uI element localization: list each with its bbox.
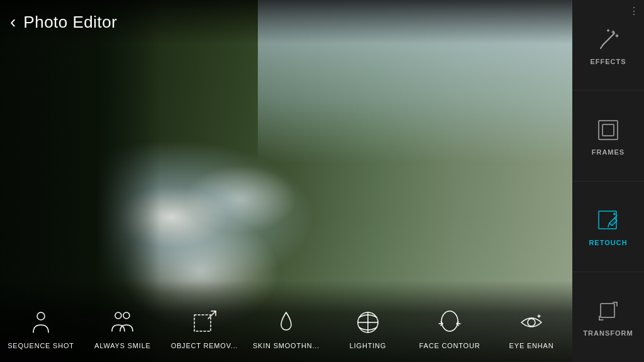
svg-point-8 <box>441 311 458 331</box>
skin-smooth-label: SKIN SMOOTHN... <box>253 342 319 349</box>
svg-point-0 <box>37 312 45 320</box>
frames-label: FRAMES <box>592 148 625 156</box>
effects-label: EFFECTS <box>590 58 626 65</box>
svg-rect-22 <box>599 121 618 140</box>
tool-lighting[interactable]: LIGHTING <box>327 302 409 354</box>
bottom-toolbar: SEQUENCE SHOT ALWAYS SMILE OBJECT REMOV.… <box>0 280 572 362</box>
back-button[interactable]: ‹ <box>10 13 16 31</box>
tool-always-smile[interactable]: ALWAYS SMILE <box>82 302 164 354</box>
retouch-label: RETOUCH <box>589 239 627 246</box>
sidebar-item-effects[interactable]: EFFECTS <box>572 0 644 90</box>
svg-point-1 <box>115 312 121 319</box>
skin-smooth-icon <box>270 307 302 338</box>
sidebar-item-transform[interactable]: TRANSFORM <box>572 272 644 362</box>
tool-object-remove[interactable]: OBJECT REMOV... <box>164 302 245 354</box>
face-contour-icon <box>434 307 465 338</box>
tool-eye-enhance[interactable]: EYE ENHAN <box>491 302 572 354</box>
svg-point-2 <box>123 312 130 319</box>
always-smile-icon <box>107 307 138 338</box>
svg-point-11 <box>528 319 535 326</box>
always-smile-label: ALWAYS SMILE <box>94 342 150 349</box>
svg-line-25 <box>608 223 609 227</box>
svg-rect-23 <box>602 124 614 136</box>
svg-rect-3 <box>194 315 211 331</box>
header: ‹ Photo Editor <box>0 0 572 44</box>
svg-line-15 <box>601 45 603 48</box>
eye-enhance-icon <box>516 307 547 338</box>
sidebar-item-frames[interactable]: FRAMES <box>572 90 644 181</box>
sequence-shot-icon <box>25 307 57 338</box>
object-remove-label: OBJECT REMOV... <box>171 342 238 349</box>
transform-label: TRANSFORM <box>583 329 633 337</box>
object-remove-icon <box>189 307 220 338</box>
lighting-label: LIGHTING <box>350 342 386 349</box>
frames-icon <box>594 116 623 145</box>
face-contour-label: FACE CONTOUR <box>419 342 480 349</box>
sequence-shot-label: SEQUENCE SHOT <box>8 342 74 349</box>
lighting-icon <box>352 307 384 338</box>
eye-enhance-label: EYE ENHAN <box>509 342 554 349</box>
sidebar-item-retouch[interactable]: RETOUCH <box>572 182 644 272</box>
effects-icon <box>594 25 623 54</box>
tool-face-contour[interactable]: FACE CONTOUR <box>409 302 491 354</box>
retouch-icon <box>594 206 623 235</box>
tool-sequence-shot[interactable]: SEQUENCE SHOT <box>0 302 82 354</box>
transform-icon <box>594 297 623 326</box>
svg-rect-29 <box>601 304 614 317</box>
tool-skin-smooth[interactable]: SKIN SMOOTHN... <box>245 302 327 354</box>
svg-line-14 <box>603 33 614 45</box>
page-title: Photo Editor <box>23 13 117 32</box>
right-sidebar: ⋮ EFFECTS <box>572 0 644 362</box>
